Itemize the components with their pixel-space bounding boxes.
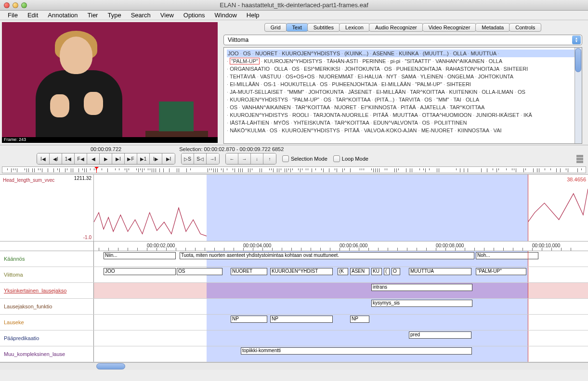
- tier-body[interactable]: JOOOSNUORETKUUROJEN^YHDIST(KASENKU(OMUUT…: [94, 267, 588, 282]
- playhead-head-icon[interactable]: [94, 166, 99, 169]
- playback-btn-4[interactable]: ◀: [87, 153, 100, 164]
- menu-annotation[interactable]: Annotation: [43, 11, 82, 20]
- text-word[interactable]: OS: [292, 66, 300, 72]
- text-word[interactable]: "PALM-UP": [415, 81, 442, 87]
- text-word[interactable]: OLLA: [489, 58, 502, 64]
- video-frame[interactable]: Frame: 243: [2, 22, 218, 143]
- menu-help[interactable]: Help: [242, 11, 264, 20]
- menu-tier[interactable]: Tier: [83, 11, 103, 20]
- text-word[interactable]: YLEINEN: [420, 74, 443, 79]
- text-word[interactable]: TARVITA: [399, 97, 420, 102]
- text-word[interactable]: VAI: [494, 127, 502, 133]
- text-word[interactable]: RAHASTON^HOITAJA: [445, 66, 499, 72]
- playback-btn-7[interactable]: ▶F: [125, 153, 137, 164]
- tab-controls[interactable]: Controls: [509, 23, 541, 32]
- text-word[interactable]: OTTAA^HUOMIOON: [422, 112, 471, 118]
- annotation[interactable]: NUORET: [231, 268, 267, 275]
- text-word[interactable]: "PALM-UP": [230, 58, 260, 64]
- text-word[interactable]: OS: [422, 120, 430, 126]
- annotation[interactable]: (: [384, 268, 390, 275]
- text-word[interactable]: "MM": [436, 97, 449, 102]
- menu-edit[interactable]: Edit: [23, 11, 43, 20]
- arrow-btn-2[interactable]: ↓: [251, 153, 263, 164]
- text-word[interactable]: OS+OS+OS: [286, 74, 315, 79]
- text-word[interactable]: PUHEENJOHTAJA: [396, 66, 441, 72]
- text-word[interactable]: pi-pi: [391, 58, 401, 64]
- text-word[interactable]: "PALM-UP": [292, 97, 319, 102]
- text-word[interactable]: PUHEENJOHTAJA: [332, 81, 377, 87]
- playback-btn-5[interactable]: ▶: [100, 153, 112, 164]
- text-word[interactable]: NÄKÖ^KULMA: [230, 127, 265, 133]
- arrow-btn-3[interactable]: ↑: [263, 153, 276, 164]
- text-panel[interactable]: JOO · OS · NUORET · KUUROJEN^YHDISTYS · …: [223, 47, 582, 144]
- sel-btn-1[interactable]: S◁: [194, 153, 207, 164]
- menu-options[interactable]: Options: [179, 11, 210, 20]
- text-word[interactable]: PITÄÄ: [344, 127, 360, 133]
- tab-grid[interactable]: Grid: [264, 23, 287, 32]
- text-word[interactable]: VANHAN^AIKAINEN: [435, 58, 484, 64]
- text-word[interactable]: NUORET: [255, 51, 277, 56]
- text-word[interactable]: ME-NUORET: [421, 127, 453, 133]
- tier-body[interactable]: NPNPNP: [94, 315, 588, 330]
- text-word[interactable]: OS: [230, 104, 237, 110]
- tier-body[interactable]: topiikki-kommentti: [94, 346, 588, 362]
- text-word[interactable]: TARJONTA-NUORILLE: [313, 112, 368, 118]
- tier-name[interactable]: Viittoma: [0, 267, 94, 282]
- tab-subtitles[interactable]: Subtitles: [307, 23, 340, 32]
- text-word[interactable]: NYT: [386, 74, 397, 79]
- text-word[interactable]: KUUROJEN^YHDISTYS: [264, 58, 322, 64]
- annotation[interactable]: KUUROJEN^YHDIST: [270, 268, 333, 275]
- tier-body[interactable]: intrans: [94, 283, 588, 298]
- sel-btn-0[interactable]: ▷S: [182, 153, 194, 164]
- text-word[interactable]: (KUINK...): [344, 51, 368, 56]
- text-word[interactable]: ASENNE: [373, 51, 394, 56]
- annotation[interactable]: JOO: [104, 268, 176, 275]
- text-word[interactable]: OLLA: [466, 97, 479, 102]
- text-word[interactable]: TAR^KOITTAA: [334, 120, 369, 126]
- playback-btn-8[interactable]: ▶1: [137, 153, 150, 164]
- annotation[interactable]: O: [392, 268, 400, 275]
- text-word[interactable]: OS-1: [263, 81, 276, 87]
- text-word[interactable]: OS: [384, 66, 392, 72]
- tier-name[interactable]: Lausejakson_funktio: [0, 299, 94, 314]
- text-word[interactable]: KUUROJEN^YHDISTYS: [230, 97, 288, 102]
- text-word[interactable]: (MUUTT...): [423, 51, 449, 56]
- text-word[interactable]: JOHTOKUNTA: [478, 74, 514, 79]
- text-word[interactable]: NUOREMMAT: [319, 74, 353, 79]
- text-word[interactable]: PERINNE: [362, 58, 386, 64]
- playback-btn-6[interactable]: ▶I: [112, 153, 125, 164]
- text-word[interactable]: EDUN^VALVONTA: [373, 120, 418, 126]
- annotation[interactable]: KU: [371, 268, 382, 275]
- annotation[interactable]: ASEN: [350, 268, 369, 275]
- arrow-btn-1[interactable]: →: [238, 153, 251, 164]
- menu-file[interactable]: File: [3, 11, 23, 20]
- tier-name[interactable]: Yksinkertainen_lausejakso: [0, 283, 94, 298]
- text-word[interactable]: OS: [518, 89, 525, 95]
- text-word[interactable]: ROOLI: [292, 112, 309, 118]
- text-word[interactable]: OS: [424, 97, 432, 102]
- tier-name[interactable]: Muu_kompleksinen_lause: [0, 346, 94, 362]
- text-word[interactable]: "SITAATTI": [405, 58, 431, 64]
- text-word[interactable]: OLLA: [453, 51, 467, 56]
- annotation[interactable]: Niin...: [104, 252, 176, 259]
- annotation[interactable]: "PALM-UP": [476, 268, 526, 275]
- text-word[interactable]: TAI: [453, 97, 461, 102]
- text-word[interactable]: VANHAN^AIKAINEN: [242, 104, 291, 110]
- text-word[interactable]: VASTUU: [260, 74, 281, 79]
- tier-body[interactable]: Niin...Tuota, miten nuorten asenteet yhd…: [94, 251, 588, 267]
- tier-body[interactable]: pred: [94, 330, 588, 346]
- scrollbar-thumb[interactable]: [96, 363, 125, 369]
- text-word[interactable]: HOUKUTELLA: [280, 81, 315, 87]
- text-word[interactable]: MUUTTUA: [470, 51, 496, 56]
- text-word[interactable]: ORGANISAATIO: [230, 66, 270, 72]
- text-word[interactable]: VALVOA-KOKO-AJAN: [364, 127, 417, 133]
- menu-view[interactable]: View: [156, 11, 179, 20]
- text-word[interactable]: OLLA-ILMAN: [482, 89, 513, 95]
- text-word[interactable]: ONGELMA: [447, 74, 473, 79]
- text-word[interactable]: AJATELLA: [420, 104, 445, 110]
- tier-name[interactable]: Lauseke: [0, 315, 94, 330]
- tab-video-recognizer[interactable]: Video Recognizer: [422, 23, 477, 32]
- playback-btn-9[interactable]: I▶: [150, 153, 162, 164]
- playback-btn-2[interactable]: 1◀: [62, 153, 75, 164]
- checkbox-icon[interactable]: [333, 155, 340, 162]
